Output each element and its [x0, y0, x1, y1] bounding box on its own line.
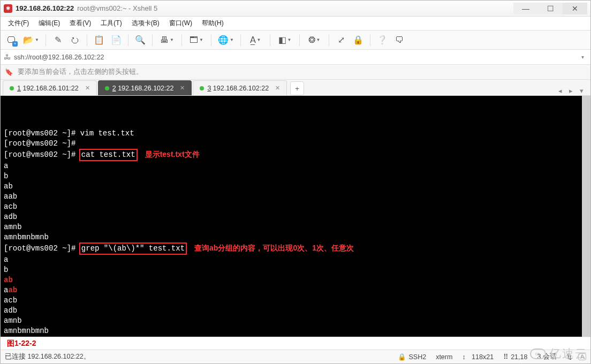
close-tab-icon[interactable]: ✕	[180, 85, 185, 92]
status-size: 118x21	[472, 353, 494, 361]
fullscreen-icon[interactable]: ⤢	[334, 33, 348, 48]
toolbar-separator	[211, 34, 211, 46]
close-button[interactable]: ✕	[563, 3, 587, 14]
terminal-line: amnbmnbmnb	[4, 326, 587, 336]
tab-next-button[interactable]: ▸	[566, 86, 575, 95]
toolbar-separator	[128, 34, 128, 46]
resize-icon: ↕	[462, 353, 465, 361]
toolbar-separator	[270, 34, 270, 46]
terminal-line: adb	[4, 212, 587, 222]
transfer-icon: ⇅	[566, 353, 572, 361]
terminal-line: acb	[4, 202, 587, 212]
terminal-line: acb	[4, 295, 587, 306]
menu-item-2[interactable]: 查看(V)	[65, 17, 95, 29]
menu-item-5[interactable]: 窗口(W)	[165, 17, 196, 29]
terminal-line: a	[4, 161, 587, 171]
status-dot-icon	[10, 86, 14, 90]
status-dot-icon	[105, 86, 109, 90]
host-icon: 🖧	[4, 53, 11, 61]
toolbar: 🖵+📂▼✎⭮📋📄🔍🖶▼🗔▼🌐▼A̲▼◧▼❂▼⤢🔒❔🗨	[1, 31, 590, 50]
scrollbar[interactable]	[582, 96, 590, 337]
compose-icon[interactable]: 🗨	[392, 33, 407, 48]
globe-icon[interactable]: 🌐▼	[216, 33, 236, 48]
menu-item-4[interactable]: 选项卡(B)	[127, 17, 164, 29]
highlight-box: grep "\(ab\)*" test.txt	[79, 242, 187, 255]
tab-2[interactable]: 2 192.168.26.102:22✕	[98, 80, 192, 95]
lock-small-icon: 🔒	[398, 353, 406, 361]
new-session-icon[interactable]: 🖵+	[4, 33, 19, 48]
lock-icon[interactable]: 🔒	[351, 33, 366, 48]
terminal-line: amnb	[4, 222, 587, 232]
open-session-icon[interactable]: 📂▼	[21, 33, 41, 48]
maximize-button[interactable]: ☐	[538, 3, 563, 14]
figure-caption: 图1-22-2	[1, 337, 590, 350]
terminal-line: ab	[4, 181, 587, 192]
hint-bar: 🔖 要添加当前会话，点击左侧的箭头按钮。	[1, 65, 590, 80]
terminal-line: a	[4, 255, 587, 265]
copy-icon[interactable]: 📋	[92, 33, 107, 48]
menu-item-6[interactable]: 帮助(H)	[198, 17, 228, 29]
terminal-line: aab	[4, 285, 587, 295]
add-tab-button[interactable]: +	[290, 81, 304, 95]
toolbar-separator	[329, 34, 329, 46]
toolbar-separator	[240, 34, 241, 46]
props-icon[interactable]: 🗔▼	[186, 33, 207, 48]
terminal-line: [root@vms002 ~]# cat test.txt显示test.txt文…	[4, 149, 587, 161]
terminal[interactable]: [root@vms002 ~]# vim test.txt[root@vms00…	[1, 96, 590, 337]
tab-prev-button[interactable]: ◂	[555, 86, 565, 95]
tab-list-button[interactable]: ▾	[577, 86, 586, 95]
bookmark-icon[interactable]: 🔖	[5, 68, 13, 76]
title-ip: 192.168.26.102:22	[16, 4, 74, 12]
reconnect-icon[interactable]: ✎	[50, 33, 65, 48]
tab-bar: 1 192.168.26.101:22✕2 192.168.26.102:22✕…	[1, 80, 590, 96]
highlight-box: cat test.txt	[79, 149, 138, 161]
toolbar-separator	[181, 34, 182, 46]
terminal-line: [root@vms002 ~]# vim test.txt	[4, 128, 587, 139]
caps-icon: A	[578, 353, 586, 360]
menu-item-3[interactable]: 工具(T)	[96, 17, 126, 29]
menubar: 文件(F)编辑(E)查看(V)工具(T)选项卡(B)窗口(W)帮助(H)	[1, 17, 590, 31]
annotation-text: 显示test.txt文件	[145, 150, 200, 158]
status-connection: 已连接 192.168.26.102:22。	[5, 352, 90, 361]
close-tab-icon[interactable]: ✕	[85, 85, 90, 92]
minimize-button[interactable]: —	[513, 3, 538, 14]
app-icon: ✱	[4, 4, 12, 13]
font-icon[interactable]: A̲▼	[245, 33, 266, 48]
status-term: xterm	[436, 353, 452, 361]
terminal-line: amnb	[4, 316, 587, 326]
tab-3[interactable]: 3 192.168.26.102:22✕	[193, 80, 287, 95]
status-pos: 21,18	[511, 353, 527, 361]
annotation-text: 查询ab分组的内容，可以出现0次、1次、任意次	[194, 244, 354, 252]
menu-item-1[interactable]: 编辑(E)	[34, 17, 64, 29]
search-icon[interactable]: 🔍	[133, 33, 148, 48]
hint-text: 要添加当前会话，点击左侧的箭头按钮。	[18, 67, 143, 77]
titlebar: ✱ 192.168.26.102:22 root@vms002:~ - Xshe…	[1, 1, 590, 17]
status-dot-icon	[200, 86, 204, 90]
status-ssh: SSH2	[408, 353, 426, 361]
settings-icon[interactable]: ❂▼	[304, 33, 324, 48]
toolbar-separator	[370, 34, 370, 46]
toolbar-separator	[87, 34, 87, 46]
disconnect-icon[interactable]: ⭮	[67, 33, 82, 48]
terminal-line: aab	[4, 192, 587, 202]
close-tab-icon[interactable]: ✕	[275, 85, 280, 92]
toolbar-separator	[46, 34, 46, 46]
toolbar-separator	[299, 34, 300, 46]
terminal-line: [root@vms002 ~]#	[4, 336, 587, 337]
address-input[interactable]	[14, 54, 575, 61]
terminal-line: adb	[4, 306, 587, 316]
status-bar: 已连接 192.168.26.102:22。 🔒SSH2 xterm ↕ 118…	[1, 350, 590, 363]
title-subtitle: root@vms002:~ - Xshell 5	[77, 4, 157, 12]
paste-icon[interactable]: 📄	[109, 33, 124, 48]
menu-item-0[interactable]: 文件(F)	[4, 17, 33, 29]
toolbar-separator	[152, 34, 153, 46]
scrollbar-thumb[interactable]	[582, 96, 590, 337]
terminal-line: ab	[4, 275, 587, 285]
address-dropdown-icon[interactable]: ▾	[578, 54, 587, 60]
tab-1[interactable]: 1 192.168.26.101:22✕	[3, 80, 97, 95]
colors-icon[interactable]: ◧▼	[275, 33, 295, 48]
terminal-line: [root@vms002 ~]# grep "\(ab\)*" test.txt…	[4, 242, 587, 255]
terminal-line: [root@vms002 ~]#	[4, 139, 587, 149]
help-icon[interactable]: ❔	[375, 33, 390, 48]
print-icon[interactable]: 🖶▼	[157, 33, 177, 48]
